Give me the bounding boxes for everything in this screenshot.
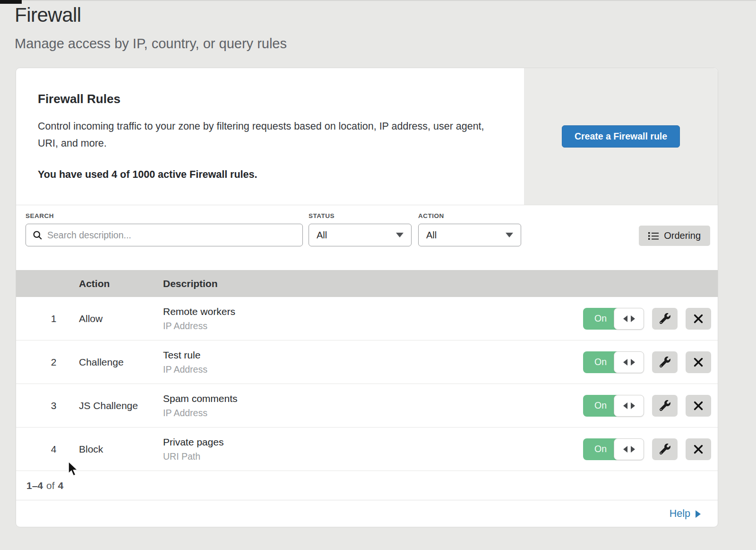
rule-controls: On bbox=[583, 438, 718, 460]
rule-action: Allow bbox=[79, 313, 163, 324]
delete-rule-button[interactable] bbox=[686, 395, 711, 417]
arrow-left-icon bbox=[623, 446, 627, 453]
status-select-value: All bbox=[317, 230, 327, 241]
rule-description-cell: Remote workers IP Address bbox=[163, 306, 583, 332]
arrow-left-icon bbox=[623, 359, 627, 366]
action-label: ACTION bbox=[418, 212, 521, 219]
help-link-label: Help bbox=[670, 508, 690, 520]
arrow-right-icon bbox=[631, 402, 635, 409]
edit-rule-button[interactable] bbox=[652, 438, 678, 460]
wrench-icon bbox=[660, 400, 670, 411]
close-icon bbox=[694, 401, 703, 410]
rule-action: JS Challenge bbox=[79, 400, 163, 411]
arrow-left-icon bbox=[623, 315, 627, 322]
action-select[interactable]: All bbox=[418, 224, 521, 246]
rule-priority: 4 bbox=[16, 444, 79, 455]
rule-description-cell: Private pages URI Path bbox=[163, 437, 583, 462]
ordering-button-label: Ordering bbox=[664, 230, 701, 241]
arrow-right-icon bbox=[696, 510, 701, 518]
window-corner-artifact bbox=[0, 0, 22, 4]
page-subtitle: Manage access by IP, country, or query r… bbox=[15, 36, 756, 52]
wrench-icon bbox=[660, 444, 670, 454]
pagination-total: 4 bbox=[58, 480, 64, 491]
rule-controls: On bbox=[583, 308, 718, 330]
wrench-icon bbox=[660, 313, 670, 324]
table-row: 3 JS Challenge Spam comments IP Address … bbox=[16, 384, 718, 428]
rule-description: Spam comments bbox=[163, 393, 583, 404]
edit-rule-button[interactable] bbox=[652, 308, 678, 330]
toggle-on-label: On bbox=[583, 351, 618, 373]
toggle-knob[interactable] bbox=[614, 308, 644, 330]
table-row: 2 Challenge Test rule IP Address On bbox=[16, 340, 718, 384]
rule-priority: 2 bbox=[16, 357, 79, 368]
search-label: SEARCH bbox=[26, 212, 303, 219]
rule-match-type: IP Address bbox=[163, 364, 583, 375]
rule-match-type: IP Address bbox=[163, 321, 583, 332]
chevron-down-icon bbox=[506, 233, 513, 237]
wrench-icon bbox=[660, 357, 670, 367]
pagination-range: 1–4 bbox=[26, 480, 43, 491]
close-icon bbox=[694, 358, 703, 367]
rule-description-cell: Spam comments IP Address bbox=[163, 393, 583, 419]
rules-table-body: 1 Allow Remote workers IP Address On bbox=[16, 297, 718, 471]
toggle-on-label: On bbox=[583, 438, 618, 460]
column-header-action: Action bbox=[79, 278, 163, 289]
pagination-of: of bbox=[46, 480, 55, 491]
page-title: Firewall bbox=[15, 4, 756, 26]
status-label: STATUS bbox=[309, 212, 412, 219]
rule-action: Challenge bbox=[79, 357, 163, 368]
search-filter-group: SEARCH bbox=[26, 212, 303, 246]
arrow-right-icon bbox=[631, 315, 635, 322]
pagination: 1–4 of 4 bbox=[16, 471, 718, 500]
window-top-edge bbox=[0, 0, 756, 1]
toggle-knob[interactable] bbox=[614, 395, 644, 417]
help-row: Help bbox=[16, 500, 718, 527]
rule-action: Block bbox=[79, 444, 163, 455]
rule-enabled-toggle[interactable]: On bbox=[583, 438, 644, 460]
column-header-description: Description bbox=[163, 278, 218, 289]
rules-intro-section: Firewall Rules Control incoming traffic … bbox=[16, 68, 718, 205]
rule-priority: 3 bbox=[16, 400, 79, 411]
delete-rule-button[interactable] bbox=[686, 308, 711, 330]
rules-description: Control incoming traffic to your zone by… bbox=[38, 118, 487, 152]
rule-enabled-toggle[interactable]: On bbox=[583, 351, 644, 373]
edit-rule-button[interactable] bbox=[652, 351, 678, 373]
delete-rule-button[interactable] bbox=[686, 438, 711, 460]
arrow-left-icon bbox=[623, 402, 627, 409]
create-firewall-rule-button[interactable]: Create a Firewall rule bbox=[562, 125, 680, 148]
rule-description-cell: Test rule IP Address bbox=[163, 349, 583, 375]
toggle-knob[interactable] bbox=[614, 351, 644, 373]
rule-match-type: IP Address bbox=[163, 408, 583, 419]
rule-description: Private pages bbox=[163, 437, 583, 448]
rule-description: Test rule bbox=[163, 349, 583, 361]
action-select-value: All bbox=[426, 230, 437, 241]
toggle-knob[interactable] bbox=[614, 438, 644, 460]
rule-priority: 1 bbox=[16, 313, 79, 324]
filters-section: SEARCH STATUS All ACTION All bbox=[16, 205, 718, 270]
status-select[interactable]: All bbox=[309, 224, 412, 246]
toggle-on-label: On bbox=[583, 308, 618, 330]
search-box[interactable] bbox=[26, 224, 303, 246]
list-ordering-icon bbox=[648, 231, 659, 241]
delete-rule-button[interactable] bbox=[686, 351, 711, 373]
rule-enabled-toggle[interactable]: On bbox=[583, 308, 644, 330]
toggle-on-label: On bbox=[583, 395, 618, 417]
action-filter-group: ACTION All bbox=[418, 212, 521, 246]
arrow-right-icon bbox=[631, 359, 635, 366]
page-header: Firewall Manage access by IP, country, o… bbox=[0, 0, 756, 52]
table-row: 4 Block Private pages URI Path On bbox=[16, 428, 718, 471]
search-input[interactable] bbox=[47, 230, 296, 241]
firewall-rules-card: Firewall Rules Control incoming traffic … bbox=[16, 68, 718, 527]
rule-enabled-toggle[interactable]: On bbox=[583, 395, 644, 417]
rule-match-type: URI Path bbox=[163, 451, 583, 462]
rule-controls: On bbox=[583, 395, 718, 417]
rule-controls: On bbox=[583, 351, 718, 373]
edit-rule-button[interactable] bbox=[652, 395, 678, 417]
help-link[interactable]: Help bbox=[670, 508, 701, 520]
arrow-right-icon bbox=[631, 446, 635, 453]
close-icon bbox=[694, 445, 703, 454]
status-filter-group: STATUS All bbox=[309, 212, 412, 246]
ordering-button[interactable]: Ordering bbox=[639, 226, 710, 246]
table-header: Action Description bbox=[16, 270, 718, 297]
chevron-down-icon bbox=[396, 233, 404, 237]
